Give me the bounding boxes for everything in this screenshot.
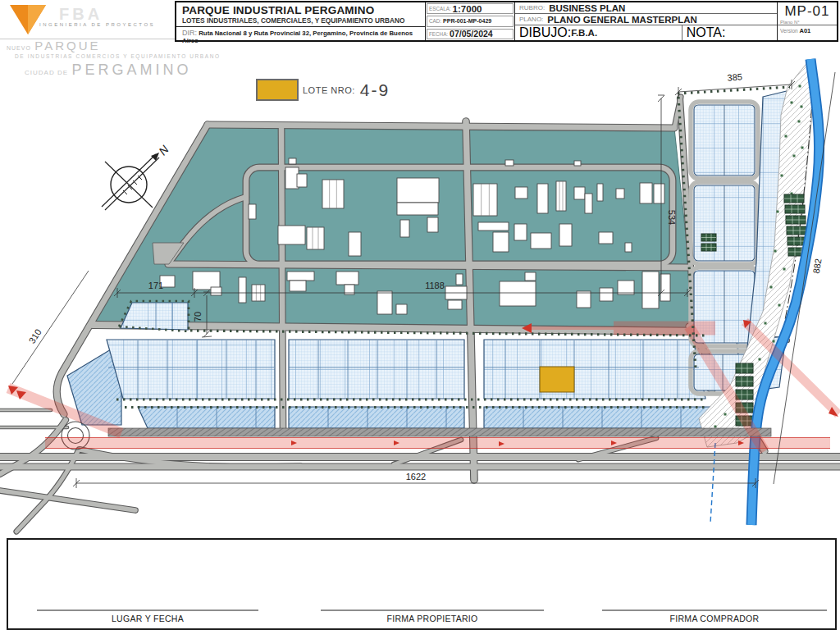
building-footprint xyxy=(574,187,585,199)
version-value: A01 xyxy=(800,27,811,34)
nota-cell: NOTA: xyxy=(682,25,726,40)
brand-watermark: FBA xyxy=(59,5,103,24)
title-block-meta: ESCALA: 1:7000 CAD: PPR-001-MP-0429 FECH… xyxy=(425,2,514,40)
lot-block-row2 xyxy=(138,407,275,428)
title-block-plan-info: RUBRO: BUSINESS PLAN PLANO: PLANO GENERA… xyxy=(514,2,777,40)
lot-block-row2 xyxy=(289,407,464,428)
sheet-number: MP-01 xyxy=(778,2,837,20)
cad-cell: CAD: PPR-001-MP-0429 xyxy=(427,16,514,26)
building-footprint xyxy=(397,178,439,203)
signature-line xyxy=(602,609,827,611)
building-footprint xyxy=(660,274,670,301)
lot-legend-label: LOTE NRO: xyxy=(303,85,355,95)
masterplan-drawing: N 171 1188 70 534 385 882 310 1622 xyxy=(0,0,840,630)
dir-label: DIR: xyxy=(182,29,197,37)
rubro-value: BUSINESS PLAN xyxy=(549,3,625,13)
building-footprint xyxy=(297,174,307,187)
signature-field-lugar-fecha: LUGAR Y FECHA xyxy=(37,609,258,623)
building-footprint xyxy=(514,224,527,240)
fecha-cell: FECHA: 07/05/2024 xyxy=(427,29,514,39)
building-footprint xyxy=(249,204,256,219)
dibujo-nota-row: DIBUJO: F.B.A. NOTA: xyxy=(515,25,777,40)
highlighted-lot-4-9 xyxy=(540,367,574,392)
project-title: PARQUE INDUSTRIAL PERGAMINO xyxy=(176,2,425,16)
building-footprint xyxy=(616,189,624,199)
building-footprint xyxy=(577,291,591,308)
title-block: PARQUE INDUSTRIAL PERGAMINO LOTES INDUST… xyxy=(175,1,838,42)
building-footprint xyxy=(396,304,407,314)
building-footprint xyxy=(505,160,514,166)
building-footprint xyxy=(556,181,566,211)
building-footprint xyxy=(290,281,306,291)
watermark-ciudad-de: CIUDAD DE xyxy=(25,69,68,76)
dim-534: 534 xyxy=(667,210,677,225)
fecha-value: 07/05/2024 xyxy=(450,29,493,39)
building-footprint xyxy=(531,233,551,249)
watermark-parque: PARQUE xyxy=(34,39,100,52)
building-footprint xyxy=(478,222,509,231)
company-logo-icon xyxy=(8,3,48,36)
dim-1188: 1188 xyxy=(425,281,445,290)
rubro-label: RUBRO: xyxy=(519,4,545,11)
building-footprint xyxy=(559,224,572,246)
building-footprint xyxy=(211,287,221,295)
building-footprint xyxy=(400,220,409,237)
building-footprint xyxy=(500,281,536,306)
plano-label: PLANO: xyxy=(519,16,543,23)
dibujo-cell: DIBUJO: F.B.A. xyxy=(515,25,682,40)
watermark-line2: DE INDUSTRIAS COMERCIOS Y EQUIPAMIENTO U… xyxy=(15,54,221,60)
cad-value: PPR-001-MP-0429 xyxy=(443,18,491,24)
building-footprint xyxy=(585,194,592,213)
building-footprint xyxy=(574,161,581,166)
title-block-sheet: MP-01 Plano N° Version A01 xyxy=(777,2,837,40)
cad-label: CAD: xyxy=(429,18,441,24)
dim-385: 385 xyxy=(727,71,742,82)
building-footprint xyxy=(600,288,613,301)
version-cell: Version A01 xyxy=(778,25,837,37)
title-block-project: PARQUE INDUSTRIAL PERGAMINO LOTES INDUST… xyxy=(176,2,425,40)
signature-line xyxy=(321,609,544,611)
logo-cell: FBA INGENIERIA DE PROYECTOS xyxy=(0,0,175,39)
building-footprint xyxy=(618,281,634,294)
rubro-row: RUBRO: BUSINESS PLAN xyxy=(515,2,777,14)
dibujo-value: F.B.A. xyxy=(571,28,597,38)
fecha-label: FECHA: xyxy=(429,31,448,37)
lot-legend: LOTE NRO: 4-9 xyxy=(256,79,390,101)
building-footprint xyxy=(427,217,438,232)
dim-70: 70 xyxy=(193,312,203,322)
escala-cell: ESCALA: 1:7000 xyxy=(427,3,514,14)
building-footprint xyxy=(322,180,344,208)
lot-color-swatch xyxy=(256,79,299,101)
signature-label: LUGAR Y FECHA xyxy=(37,614,258,623)
building-footprint xyxy=(239,277,246,303)
project-subtitle: LOTES INDUSTRIALES, COMERCIALES, Y EQUIP… xyxy=(176,16,425,26)
dim-310: 310 xyxy=(27,327,43,345)
plano-row: PLANO: PLANO GENERAL MASTERPLAN xyxy=(515,14,777,25)
signature-line xyxy=(37,609,258,611)
building-footprint xyxy=(278,226,305,244)
escala-value: 1:7000 xyxy=(453,4,482,14)
building-footprint xyxy=(397,203,438,215)
building-footprint xyxy=(289,158,296,164)
building-footprint xyxy=(287,272,314,281)
signature-box: LUGAR Y FECHA FIRMA PROPIETARIO FIRMA CO… xyxy=(7,538,837,630)
building-footprint xyxy=(640,183,652,203)
watermark-pergamino: PERGAMINO xyxy=(71,62,191,78)
nota-label: NOTA: xyxy=(687,25,726,40)
project-watermark: NUEVO PARQUE DE INDUSTRIAS COMERCIOS Y E… xyxy=(7,39,221,77)
plano-value: PLANO GENERAL MASTERPLAN xyxy=(547,15,697,25)
building-footprint xyxy=(448,300,462,309)
building-footprint xyxy=(599,232,613,244)
dibujo-label: DIBUJO: xyxy=(519,25,571,40)
signature-label: FIRMA COMPRADOR xyxy=(602,614,827,623)
building-footprint xyxy=(456,274,463,285)
dim-171: 171 xyxy=(148,281,163,290)
signature-label: FIRMA PROPIETARIO xyxy=(321,614,544,623)
lot-block-row2 xyxy=(484,407,737,428)
signature-field-comprador: FIRMA COMPRADOR xyxy=(602,609,827,623)
building-footprint xyxy=(625,243,632,252)
brand-tagline: INGENIERIA DE PROYECTOS xyxy=(39,22,155,27)
signature-field-propietario: FIRMA PROPIETARIO xyxy=(321,609,544,623)
building-footprint xyxy=(597,184,603,201)
dim-1622: 1622 xyxy=(406,472,426,482)
